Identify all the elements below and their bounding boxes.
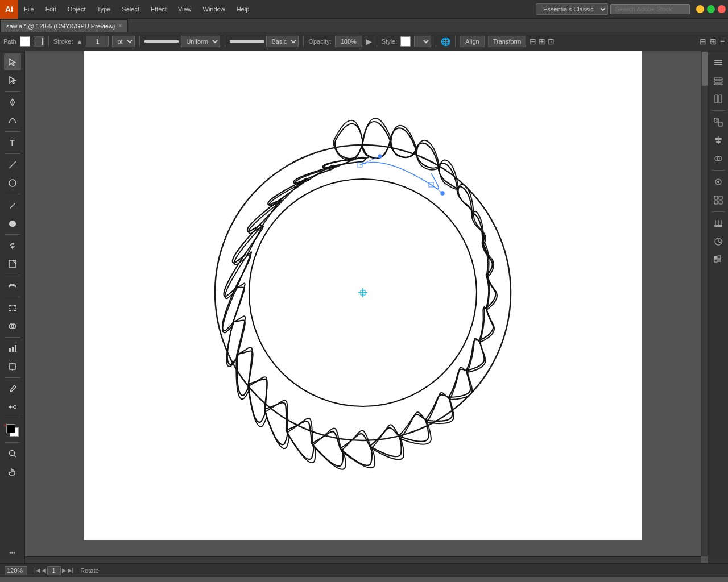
pen-tool[interactable] xyxy=(4,94,21,111)
zoom-tool[interactable] xyxy=(4,445,21,462)
menu-view[interactable]: View xyxy=(172,0,197,18)
menu-effect[interactable]: Effect xyxy=(145,0,172,18)
menu-file[interactable]: File xyxy=(18,0,40,18)
horizontal-scrollbar[interactable] xyxy=(25,556,701,563)
direct-selection-tool[interactable] xyxy=(4,72,21,89)
curvature-tool[interactable] xyxy=(4,112,21,129)
svg-point-21 xyxy=(13,406,16,409)
svg-line-4 xyxy=(13,260,16,264)
fill-swatch[interactable] xyxy=(20,36,30,47)
artboard-tool[interactable] xyxy=(4,358,21,375)
color-panel-icon[interactable] xyxy=(710,234,726,250)
pathfinder-panel-icon[interactable] xyxy=(710,151,726,167)
eyedropper-tool[interactable] xyxy=(4,380,21,397)
stroke-profile-dropdown[interactable]: Uniform xyxy=(181,36,220,47)
menu-help[interactable]: Help xyxy=(231,0,255,18)
foreground-color-swatch[interactable] xyxy=(6,424,15,433)
hand-tool[interactable] xyxy=(4,463,21,480)
appearance-panel-icon[interactable] xyxy=(710,174,726,190)
workspace-selector[interactable]: Essentials Classic xyxy=(536,3,608,15)
graph-tool[interactable] xyxy=(4,340,21,357)
rotate-tool[interactable] xyxy=(4,237,21,254)
properties-panel-icon[interactable] xyxy=(710,55,726,70)
svg-rect-63 xyxy=(714,256,717,259)
menu-object[interactable]: Object xyxy=(62,0,92,18)
options-menu-icon[interactable]: ≡ xyxy=(720,37,725,46)
warp-tool[interactable] xyxy=(4,277,21,294)
scale-tool[interactable] xyxy=(4,255,21,272)
more-icon[interactable]: ⊡ xyxy=(548,37,555,46)
pencil-tool[interactable] xyxy=(4,197,21,214)
arrange-icon[interactable]: ⊞ xyxy=(539,37,545,46)
ellipse-tool[interactable] xyxy=(4,174,21,192)
color-swatches[interactable]: ⇄ xyxy=(4,423,21,440)
opacity-arrow[interactable]: ▶ xyxy=(366,37,372,46)
first-page-button[interactable]: |◀ xyxy=(34,567,40,573)
stroke-width-input[interactable] xyxy=(86,36,109,47)
last-page-button[interactable]: ▶| xyxy=(68,567,74,573)
align-button[interactable]: Align xyxy=(460,36,484,47)
blend-tool[interactable] xyxy=(4,398,21,415)
zoom-control[interactable]: 120% xyxy=(5,566,27,575)
vertical-scrollbar[interactable] xyxy=(701,51,708,556)
opacity-input[interactable] xyxy=(335,36,362,47)
svg-rect-61 xyxy=(714,225,722,227)
globe-icon[interactable]: 🌐 xyxy=(441,37,450,46)
svg-rect-65 xyxy=(714,259,717,262)
search-input[interactable] xyxy=(610,4,690,14)
right-controls: Essentials Classic xyxy=(536,3,694,15)
menu-type[interactable]: Type xyxy=(92,0,117,18)
style-swatch[interactable] xyxy=(400,36,411,47)
sawblade-drawing xyxy=(152,82,573,503)
svg-rect-64 xyxy=(718,256,721,259)
menu-window[interactable]: Window xyxy=(197,0,231,18)
stroke-up-arrow[interactable]: ▲ xyxy=(77,38,83,45)
vertical-scrollbar-thumb[interactable] xyxy=(702,52,708,86)
menu-edit[interactable]: Edit xyxy=(40,0,62,18)
tab-close-button[interactable]: × xyxy=(119,23,122,29)
transform-button[interactable]: Transform xyxy=(488,36,527,47)
close-button[interactable] xyxy=(718,5,726,13)
panel-toggle-icon[interactable]: ⊟ xyxy=(700,37,706,46)
stroke-swatch[interactable] xyxy=(34,36,44,47)
blob-brush-tool[interactable] xyxy=(4,215,21,232)
layers-panel-icon[interactable] xyxy=(710,73,726,89)
swatches-panel-icon[interactable] xyxy=(710,252,726,268)
svg-point-34 xyxy=(378,155,382,158)
type-tool[interactable]: T xyxy=(4,134,21,151)
style-dropdown[interactable] xyxy=(414,36,431,47)
brush-dropdown[interactable]: Basic xyxy=(266,36,299,47)
canvas-area xyxy=(25,51,708,563)
svg-rect-39 xyxy=(714,78,722,80)
svg-rect-56 xyxy=(714,201,718,204)
libraries-panel-icon[interactable] xyxy=(710,91,726,107)
page-number-input[interactable]: 1 xyxy=(47,566,61,575)
svg-rect-6 xyxy=(9,305,11,306)
line-tool[interactable] xyxy=(4,156,21,173)
maximize-button[interactable] xyxy=(707,5,715,13)
tabbar: saw.ai* @ 120% (CMYK/GPU Preview) × xyxy=(0,19,728,32)
more-tools-button[interactable]: ••• xyxy=(4,544,21,561)
brushes-panel-icon[interactable] xyxy=(710,215,726,231)
svg-rect-43 xyxy=(719,95,722,103)
menu-select[interactable]: Select xyxy=(116,0,145,18)
active-path xyxy=(358,155,444,195)
svg-point-23 xyxy=(9,451,14,456)
arrange-panels-icon[interactable]: ⊞ xyxy=(710,37,717,46)
shape-builder-tool[interactable] xyxy=(4,318,21,335)
next-page-button[interactable]: ▶ xyxy=(62,567,67,573)
more-tools[interactable]: ••• xyxy=(4,544,21,563)
selection-tool[interactable] xyxy=(4,53,21,70)
svg-point-53 xyxy=(717,181,719,183)
minimize-button[interactable] xyxy=(696,5,704,13)
prev-page-button[interactable]: ◀ xyxy=(42,567,46,573)
document-tab[interactable]: saw.ai* @ 120% (CMYK/GPU Preview) × xyxy=(0,19,128,32)
graphic-styles-panel-icon[interactable] xyxy=(710,192,726,208)
transform-panel-icon[interactable]: X xyxy=(710,114,726,130)
distribute-icon[interactable]: ⊟ xyxy=(530,37,536,46)
stroke-unit-dropdown[interactable]: pt xyxy=(112,36,135,47)
free-transform-tool[interactable] xyxy=(4,300,21,317)
zoom-input[interactable]: 120% xyxy=(5,566,27,575)
svg-rect-57 xyxy=(719,201,722,204)
align-panel-icon[interactable] xyxy=(710,132,726,148)
